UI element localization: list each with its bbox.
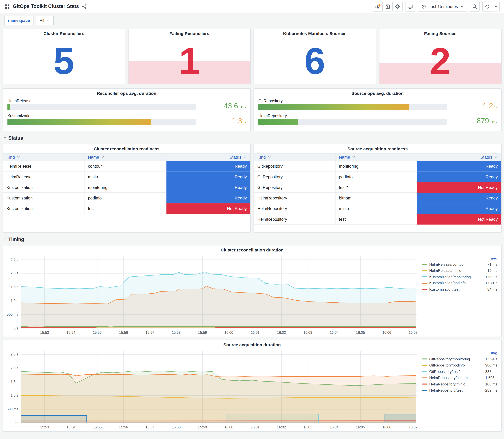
legend-item[interactable]: GitRepository/podinfo980 ms <box>422 362 497 368</box>
panel-title[interactable]: Cluster reconciliation duration <box>3 245 501 254</box>
chevron-down-icon <box>460 5 464 8</box>
legend-sort-avg[interactable]: avg <box>422 351 497 355</box>
panel-title[interactable]: Reconciler ops avg. duration <box>3 89 250 98</box>
series-avg-value: 980 ms <box>482 364 497 367</box>
zoom-out-time-button[interactable] <box>470 1 480 11</box>
gauge-row-gitrepository: GitRepository 1.2s <box>258 99 497 110</box>
gauge-label: GitRepository <box>258 99 447 103</box>
filter-icon[interactable] <box>494 155 498 159</box>
table-row: HelmReleasecontourReady <box>3 161 250 171</box>
svg-text:2.5 s: 2.5 s <box>11 352 18 356</box>
gauge-row-helmrepository: HelmRepository 879ms <box>258 114 497 125</box>
svg-text:2.0 s: 2.0 s <box>11 271 18 275</box>
column-header-name[interactable]: Name <box>335 153 417 161</box>
filter-icon[interactable] <box>352 155 356 159</box>
gauge-value: 1.3s <box>201 117 246 125</box>
panel-title[interactable]: Source acquisition readiness <box>254 144 501 153</box>
gauge-row-helmrelease: HelmRelease 43.6ms <box>7 99 246 110</box>
svg-text:1.0 s: 1.0 s <box>11 393 18 397</box>
status-badge: Not Ready <box>417 182 501 193</box>
cycle-view-mode-button[interactable] <box>405 1 415 11</box>
table-row: HelmRepositoryminioReady <box>254 203 501 214</box>
variable-label-namespace[interactable]: namespace <box>4 16 33 25</box>
plot-area[interactable]: 0 s500 ms1.0 s1.5 s2.0 s2.5 s15:5315:541… <box>5 349 419 430</box>
panel-title[interactable]: Cluster Reconcilers <box>3 29 125 38</box>
panel-title[interactable]: Kubernetes Manifests Sources <box>254 29 376 38</box>
panel-title[interactable]: Source acquisition duration <box>3 340 501 349</box>
section-title: Timing <box>8 236 24 242</box>
legend-item[interactable]: HelmRepository/bitnami1.695 s <box>422 375 497 381</box>
panel-title[interactable]: Failing Sources <box>379 29 501 38</box>
stat-panel-failing-reconcilers: Failing Reconcilers 1 <box>128 29 251 84</box>
status-badge: Ready <box>166 193 250 203</box>
svg-text:16:05: 16:05 <box>356 425 365 429</box>
filter-icon[interactable] <box>243 155 247 159</box>
filter-icon[interactable] <box>268 155 271 159</box>
svg-text:15:57: 15:57 <box>146 425 154 429</box>
column-header-kind[interactable]: Kind <box>3 153 85 161</box>
refresh-interval-dropdown[interactable] <box>492 1 500 11</box>
gauge-label: HelmRepository <box>258 114 447 118</box>
save-dashboard-button[interactable] <box>383 1 393 11</box>
tables-row: Cluster reconciliation readiness Kind Na… <box>3 144 502 233</box>
series-name: GitRepository/test2 <box>429 370 480 374</box>
svg-text:2.5 s: 2.5 s <box>11 257 18 262</box>
dashboard-grid-icon[interactable] <box>4 4 10 9</box>
dashboard-header: GitOps Toolkit Cluster Stats <box>0 0 504 13</box>
legend-item[interactable]: HelmRelease/contour71 ms <box>422 261 497 267</box>
share-icon[interactable] <box>82 4 87 9</box>
column-header-kind[interactable]: Kind <box>254 153 335 161</box>
row-toggle-timing[interactable]: Timing <box>3 236 501 242</box>
legend-item[interactable]: HelmRepository/test289 ms <box>422 387 497 394</box>
svg-text:16:05: 16:05 <box>356 330 365 335</box>
dashboard-settings-button[interactable] <box>393 1 403 11</box>
refresh-button[interactable] <box>482 1 492 11</box>
legend-item[interactable]: Kustomization/test84 ms <box>422 286 497 293</box>
legend-item[interactable]: Kustomization/monitoring1.605 s <box>422 274 497 280</box>
stat-panel-failing-sources: Failing Sources 2 <box>379 29 502 84</box>
filter-icon[interactable] <box>17 155 20 159</box>
panel-title[interactable]: Cluster reconciliation readiness <box>3 144 250 153</box>
svg-text:15:56: 15:56 <box>119 425 128 429</box>
column-header-name[interactable]: Name <box>85 153 166 161</box>
legend-item[interactable]: HelmRelease/minio16 ms <box>422 267 497 274</box>
add-panel-button[interactable] <box>373 1 383 11</box>
bargauge-panel-source-ops: Source ops avg. duration GitRepository 1… <box>254 88 502 131</box>
gauge-value: 879ms <box>452 117 497 125</box>
filter-icon[interactable] <box>101 155 105 159</box>
legend-item[interactable]: GitRepository/monitoring1.594 s <box>422 356 497 362</box>
status-badge: Ready <box>417 193 501 203</box>
gauge-track <box>258 119 447 125</box>
time-range-label: Last 15 minutes <box>429 4 458 9</box>
legend-item[interactable]: HelmRepository/minio108 ms <box>422 381 497 387</box>
series-name: HelmRelease/minio <box>429 268 480 272</box>
svg-text:16:00: 16:00 <box>224 425 233 429</box>
column-header-status[interactable]: Status <box>166 153 250 161</box>
time-range-picker[interactable]: Last 15 minutes <box>418 1 467 11</box>
gauge-fill <box>7 119 151 125</box>
variable-value-dropdown[interactable]: All <box>36 16 53 25</box>
plot-area[interactable]: 0 s500 ms1.0 s1.5 s2.0 s2.5 s15:5315:541… <box>5 254 419 335</box>
cell-kind: Kustomization <box>3 182 85 193</box>
legend-item[interactable]: GitRepository/test2338 ms <box>422 368 497 375</box>
gauge-label: Kustomization <box>7 114 196 118</box>
cell-name: podinfo <box>335 171 417 182</box>
panel-title[interactable]: Source ops avg. duration <box>254 89 501 98</box>
series-avg-value: 1.695 s <box>482 376 497 380</box>
svg-text:16:06: 16:06 <box>382 425 391 429</box>
legend-sort-avg[interactable]: avg <box>422 256 497 260</box>
gauge-track <box>7 104 196 110</box>
section-title: Status <box>8 135 23 141</box>
column-header-status[interactable]: Status <box>417 153 501 161</box>
chevron-down-icon <box>3 136 7 140</box>
stats-row: Cluster Reconcilers 5 Failing Reconciler… <box>3 29 502 84</box>
svg-text:0 s: 0 s <box>14 421 18 425</box>
series-avg-value: 338 ms <box>482 370 497 374</box>
row-toggle-status[interactable]: Status <box>3 135 501 141</box>
table-row: GitRepositorymonitoringReady <box>254 161 501 171</box>
panel-title[interactable]: Failing Reconcilers <box>128 29 250 38</box>
cell-name: test2 <box>335 182 417 193</box>
legend-item[interactable]: Kustomization/podinfo1.071 s <box>422 280 497 286</box>
cell-kind: Kustomization <box>3 203 85 214</box>
svg-text:15:55: 15:55 <box>93 425 102 429</box>
